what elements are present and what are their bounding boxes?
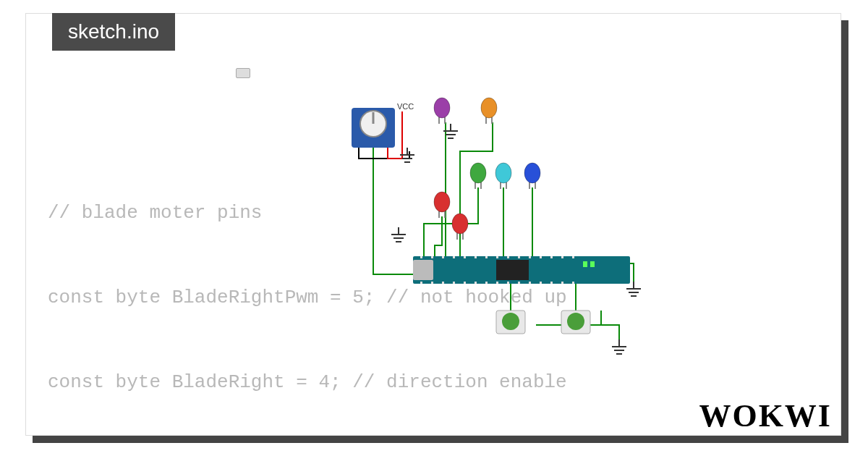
led-purple[interactable] bbox=[434, 98, 450, 124]
svg-rect-27 bbox=[583, 261, 587, 267]
svg-rect-44 bbox=[420, 282, 422, 284]
svg-rect-29 bbox=[420, 256, 422, 258]
svg-point-60 bbox=[502, 313, 519, 330]
svg-rect-46 bbox=[442, 282, 444, 284]
svg-rect-48 bbox=[464, 282, 466, 284]
pushbutton[interactable] bbox=[561, 311, 590, 334]
svg-rect-40 bbox=[540, 256, 542, 258]
code-line: const byte BladeRight = 4; // direction … bbox=[48, 368, 841, 397]
svg-point-17 bbox=[524, 163, 540, 183]
svg-point-14 bbox=[495, 163, 511, 183]
wire bbox=[424, 187, 478, 260]
svg-point-62 bbox=[567, 313, 584, 330]
led-blue[interactable] bbox=[524, 163, 540, 189]
svg-point-23 bbox=[452, 214, 468, 234]
svg-rect-37 bbox=[507, 256, 509, 258]
svg-rect-52 bbox=[507, 282, 509, 284]
svg-rect-32 bbox=[453, 256, 455, 258]
chip-icon bbox=[236, 68, 250, 78]
file-tab[interactable]: sketch.ino bbox=[52, 13, 175, 51]
svg-rect-31 bbox=[442, 256, 444, 258]
svg-rect-33 bbox=[464, 256, 466, 258]
wokwi-logo: WOKWI bbox=[699, 397, 832, 434]
svg-rect-42 bbox=[561, 256, 563, 258]
svg-rect-34 bbox=[475, 256, 477, 258]
svg-point-8 bbox=[481, 98, 497, 118]
svg-rect-30 bbox=[431, 256, 433, 258]
svg-rect-49 bbox=[475, 282, 477, 284]
ground-icon bbox=[612, 339, 626, 354]
svg-rect-28 bbox=[590, 261, 595, 267]
svg-rect-43 bbox=[572, 256, 574, 258]
circuit-diagram[interactable]: VCC bbox=[315, 57, 720, 361]
svg-rect-50 bbox=[485, 282, 488, 284]
svg-rect-39 bbox=[529, 256, 531, 258]
led-orange[interactable] bbox=[481, 98, 497, 124]
led-red[interactable] bbox=[434, 192, 450, 218]
svg-rect-54 bbox=[529, 282, 531, 284]
svg-rect-25 bbox=[413, 260, 433, 280]
file-tab-label: sketch.ino bbox=[68, 20, 159, 43]
svg-rect-36 bbox=[496, 256, 498, 258]
svg-point-11 bbox=[470, 163, 486, 183]
svg-rect-26 bbox=[496, 260, 529, 280]
svg-point-20 bbox=[434, 192, 450, 212]
pushbutton[interactable] bbox=[496, 311, 525, 334]
svg-rect-56 bbox=[550, 282, 553, 284]
svg-rect-35 bbox=[485, 256, 488, 258]
arduino-nano[interactable] bbox=[413, 256, 630, 284]
svg-rect-45 bbox=[431, 282, 433, 284]
svg-rect-55 bbox=[540, 282, 542, 284]
led-green[interactable] bbox=[470, 163, 486, 189]
svg-rect-41 bbox=[550, 256, 553, 258]
potentiometer[interactable]: VCC bbox=[352, 102, 414, 148]
svg-rect-38 bbox=[518, 256, 520, 258]
editor-card: // blade moter pins const byte BladeRigh… bbox=[25, 13, 841, 436]
svg-rect-47 bbox=[453, 282, 455, 284]
wire bbox=[460, 122, 493, 260]
svg-rect-53 bbox=[518, 282, 520, 284]
led-cyan[interactable] bbox=[495, 163, 511, 189]
svg-point-5 bbox=[434, 98, 450, 118]
svg-rect-58 bbox=[572, 282, 574, 284]
vcc-label: VCC bbox=[397, 102, 414, 111]
svg-rect-51 bbox=[496, 282, 498, 284]
svg-rect-57 bbox=[561, 282, 563, 284]
ground-icon bbox=[391, 227, 406, 242]
